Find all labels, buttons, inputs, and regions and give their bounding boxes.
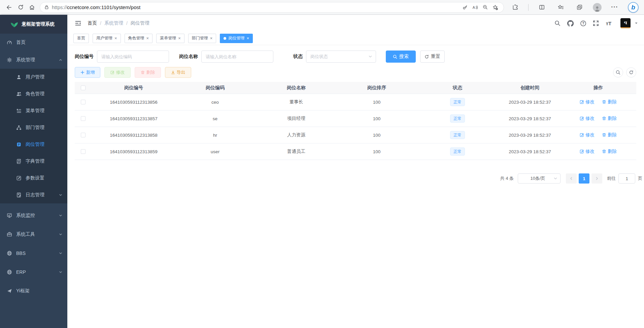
- tab-role-mgmt[interactable]: 角色管理 ×: [125, 34, 153, 43]
- row-delete-link[interactable]: 删除: [602, 149, 617, 155]
- tab-menu-mgmt[interactable]: 菜单管理 ×: [156, 34, 184, 43]
- post-badge-icon: [16, 142, 22, 147]
- row-checkbox[interactable]: [81, 149, 86, 154]
- add-favorite-star-icon[interactable]: [490, 2, 500, 12]
- close-icon[interactable]: ×: [210, 36, 213, 40]
- sidebar-item-label: ERP: [16, 269, 55, 275]
- row-checkbox[interactable]: [81, 100, 86, 104]
- sidebar-collapse-icon[interactable]: [73, 19, 83, 28]
- tab-home[interactable]: 首页: [73, 34, 89, 43]
- goto-page-input[interactable]: [618, 173, 635, 184]
- breadcrumb-home[interactable]: 首页: [88, 20, 97, 26]
- close-icon[interactable]: ×: [146, 36, 149, 40]
- sidebar-item-label: 部门管理: [26, 125, 63, 131]
- sidebar-item-label: 首页: [16, 39, 63, 45]
- row-checkbox[interactable]: [81, 133, 86, 137]
- sidebar-item-menu-mgmt[interactable]: 菜单管理: [0, 102, 67, 119]
- tab-post-mgmt[interactable]: 岗位管理 ×: [220, 34, 253, 43]
- row-delete-link[interactable]: 删除: [602, 116, 617, 122]
- search-icon: [393, 55, 397, 59]
- post-code-label: 岗位编号: [75, 54, 94, 60]
- address-bar[interactable]: https://ccnetcore.com:1101/system/post A: [40, 2, 504, 13]
- browser-profile-avatar[interactable]: [593, 3, 602, 12]
- close-icon[interactable]: ×: [114, 36, 117, 40]
- add-button[interactable]: 新增: [75, 67, 100, 78]
- table-row: 1641030593112313859 user 普通员工 100 正常 202…: [75, 143, 636, 160]
- sidebar-item-erp[interactable]: ERP: [0, 263, 67, 282]
- sidebar-item-dict-mgmt[interactable]: 字典管理: [0, 153, 67, 170]
- reset-button[interactable]: 重置: [420, 51, 445, 63]
- user-avatar-logo[interactable]: Ϥ: [620, 18, 631, 28]
- collections-icon[interactable]: [574, 2, 585, 13]
- show-search-toggle-button[interactable]: [613, 67, 623, 77]
- favorites-icon[interactable]: [555, 2, 566, 13]
- sidebar-item-bbs[interactable]: BBS: [0, 244, 67, 263]
- row-edit-link[interactable]: 修改: [580, 99, 595, 105]
- edit-button[interactable]: 修改: [104, 67, 131, 78]
- close-icon[interactable]: ×: [246, 36, 249, 40]
- sidebar-item-post-mgmt[interactable]: 岗位管理: [0, 136, 67, 153]
- refresh-table-button[interactable]: [626, 67, 636, 77]
- sidebar-item-label: 系统管理: [16, 57, 55, 63]
- sidebar-item-home[interactable]: 首页: [0, 34, 67, 51]
- header-search-icon[interactable]: [552, 18, 563, 28]
- sidebar-item-system-tools[interactable]: 系统工具: [0, 225, 67, 244]
- password-key-icon[interactable]: [460, 2, 470, 12]
- export-button[interactable]: 导出: [165, 67, 191, 78]
- tab-label: 角色管理: [128, 35, 144, 41]
- sidebar-item-system-monitor[interactable]: 系统监控: [0, 206, 67, 225]
- avatar-caret-down-icon[interactable]: [635, 22, 638, 25]
- github-icon[interactable]: [565, 18, 575, 28]
- sidebar-item-log-mgmt[interactable]: 日志管理: [0, 187, 67, 203]
- next-page-button[interactable]: [591, 173, 602, 184]
- post-code: ceo: [176, 100, 255, 105]
- page-number-button[interactable]: 1: [579, 173, 589, 184]
- delete-button[interactable]: 删除: [135, 67, 161, 78]
- status-select[interactable]: 岗位状态: [306, 51, 376, 63]
- sidebar-item-label: 岗位管理: [26, 141, 63, 147]
- browser-refresh-button[interactable]: [15, 2, 26, 13]
- post-code-input[interactable]: [97, 51, 169, 63]
- sidebar-item-param-settings[interactable]: 参数设置: [0, 170, 67, 187]
- browser-home-button[interactable]: [26, 2, 38, 13]
- browser-back-button[interactable]: [3, 2, 15, 13]
- fullscreen-icon[interactable]: [591, 18, 601, 28]
- zoom-out-icon[interactable]: [480, 2, 490, 12]
- row-edit-link[interactable]: 修改: [580, 116, 595, 122]
- post-name-label: 岗位名称: [179, 54, 198, 60]
- select-all-checkbox[interactable]: [81, 86, 86, 90]
- search-button[interactable]: 搜索: [386, 51, 416, 63]
- sidebar-item-role-mgmt[interactable]: 角色管理: [0, 86, 67, 102]
- row-delete-link[interactable]: 删除: [602, 132, 617, 138]
- post-code: hr: [176, 133, 255, 138]
- page-size-select[interactable]: 10条/页: [518, 173, 561, 184]
- tab-label: 菜单管理: [160, 35, 176, 41]
- close-icon[interactable]: ×: [178, 36, 181, 40]
- extensions-icon[interactable]: [509, 2, 521, 13]
- post-name-input[interactable]: [201, 51, 273, 63]
- row-edit-link[interactable]: 修改: [580, 132, 595, 138]
- trash-icon: [602, 116, 606, 121]
- breadcrumb-separator: /: [126, 21, 128, 26]
- font-size-icon[interactable]: ᴛT: [604, 18, 614, 28]
- tab-dept-mgmt[interactable]: 部门管理 ×: [188, 34, 216, 43]
- prev-page-button[interactable]: [566, 173, 577, 184]
- sidebar-item-system-mgmt[interactable]: 系统管理: [0, 51, 67, 69]
- row-checkbox[interactable]: [81, 116, 86, 121]
- read-aloud-icon[interactable]: A: [470, 2, 480, 12]
- row-edit-link[interactable]: 修改: [580, 149, 595, 155]
- table-row: 1641030593112313857 se 项目经理 100 正常 2023-…: [75, 110, 636, 127]
- browser-settings-menu-icon[interactable]: ···: [609, 2, 620, 13]
- app-logo[interactable]: 意框架管理系统: [0, 15, 67, 34]
- help-icon[interactable]: ?: [578, 18, 588, 28]
- sidebar-item-dept-mgmt[interactable]: 部门管理: [0, 119, 67, 136]
- post-id: 1641030593112313856: [92, 100, 176, 105]
- bing-copilot-icon[interactable]: b: [628, 2, 639, 13]
- sidebar-item-user-mgmt[interactable]: 用户管理: [0, 69, 67, 86]
- leaf-logo-icon: [10, 20, 18, 28]
- tab-user-mgmt[interactable]: 用户管理 ×: [93, 34, 121, 43]
- split-screen-icon[interactable]: [536, 2, 547, 13]
- row-delete-link[interactable]: 删除: [602, 99, 617, 105]
- trash-icon: [141, 70, 145, 74]
- sidebar-item-yi-framework[interactable]: Yi框架: [0, 282, 67, 300]
